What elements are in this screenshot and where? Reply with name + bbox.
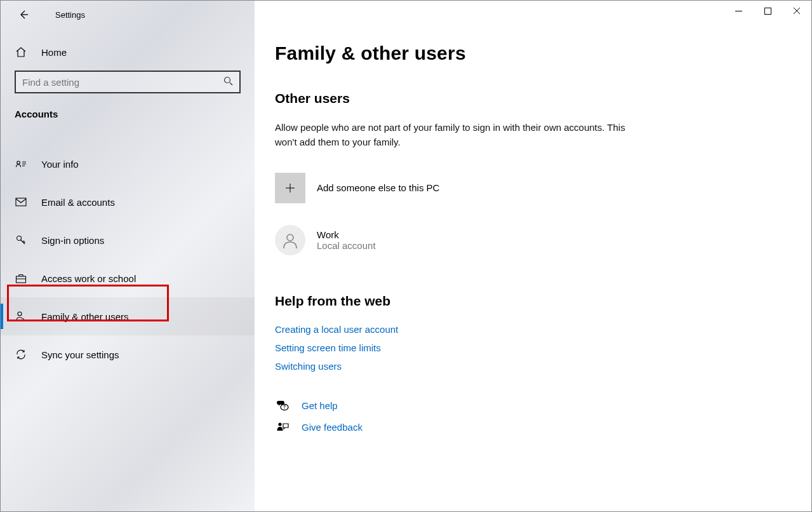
svg-point-7 xyxy=(287,234,293,241)
main-content: Family & other users Other users Allow p… xyxy=(255,1,811,511)
give-feedback-row[interactable]: Give feedback xyxy=(275,421,811,434)
nav-list: Your info Email & accounts Sign-in optio… xyxy=(1,133,255,511)
nav-sync-settings[interactable]: Sync your settings xyxy=(1,335,255,374)
svg-rect-4 xyxy=(17,276,26,283)
svg-point-10 xyxy=(278,422,281,426)
window-title: Settings xyxy=(55,10,85,20)
svg-rect-6 xyxy=(764,8,771,14)
svg-point-5 xyxy=(18,312,22,316)
nav-label: Sign-in options xyxy=(41,235,104,246)
key-icon xyxy=(15,234,27,246)
home-label: Home xyxy=(41,47,67,58)
user-account-row[interactable]: Work Local account xyxy=(275,225,811,255)
sync-icon xyxy=(15,349,27,360)
svg-rect-2 xyxy=(16,198,26,206)
help-link-local-account[interactable]: Creating a local user account xyxy=(275,324,811,335)
search-input[interactable] xyxy=(22,77,212,88)
help-heading: Help from the web xyxy=(275,293,811,309)
home-icon xyxy=(15,46,27,58)
sidebar: Settings Home Accounts Your info Email &… xyxy=(1,1,255,511)
svg-point-0 xyxy=(225,77,230,83)
back-button[interactable] xyxy=(15,6,32,24)
nav-family-other-users[interactable]: Family & other users xyxy=(1,297,255,335)
plus-icon xyxy=(275,173,305,203)
other-users-heading: Other users xyxy=(275,91,811,106)
minimize-button[interactable] xyxy=(724,1,753,21)
section-header: Accounts xyxy=(1,109,255,133)
home-nav[interactable]: Home xyxy=(1,29,255,71)
nav-label: Family & other users xyxy=(41,311,129,322)
search-container xyxy=(1,71,255,109)
person-plus-icon xyxy=(15,311,27,322)
svg-point-1 xyxy=(17,161,20,165)
nav-access-work-school[interactable]: Access work or school xyxy=(1,259,255,297)
person-card-icon xyxy=(15,159,27,169)
avatar xyxy=(275,225,305,255)
nav-label: Email & accounts xyxy=(41,197,115,208)
svg-point-3 xyxy=(17,236,22,241)
give-feedback-link[interactable]: Give feedback xyxy=(302,422,363,433)
nav-signin-options[interactable]: Sign-in options xyxy=(1,221,255,259)
nav-label: Your info xyxy=(41,159,79,170)
user-meta: Work Local account xyxy=(317,229,376,251)
help-link-screen-time[interactable]: Setting screen time limits xyxy=(275,342,811,353)
briefcase-icon xyxy=(15,273,27,283)
user-type: Local account xyxy=(317,240,376,251)
nav-your-info[interactable]: Your info xyxy=(1,145,255,183)
title-bar: Settings xyxy=(1,1,255,29)
help-link-switching-users[interactable]: Switching users xyxy=(275,361,811,372)
add-user-button[interactable]: Add someone else to this PC xyxy=(275,173,811,203)
chat-help-icon: ? xyxy=(275,400,290,412)
search-icon xyxy=(223,76,233,88)
nav-label: Access work or school xyxy=(41,273,136,284)
search-box[interactable] xyxy=(15,71,241,93)
get-help-row[interactable]: ? Get help xyxy=(275,400,811,412)
svg-text:?: ? xyxy=(283,405,286,409)
user-name: Work xyxy=(317,229,376,240)
mail-icon xyxy=(15,198,27,206)
close-button[interactable] xyxy=(782,1,811,21)
nav-label: Sync your settings xyxy=(41,349,119,360)
window-controls xyxy=(724,1,811,21)
maximize-button[interactable] xyxy=(753,1,782,21)
feedback-icon xyxy=(275,421,290,434)
get-help-link[interactable]: Get help xyxy=(302,400,338,411)
other-users-description: Allow people who are not part of your fa… xyxy=(275,120,630,150)
nav-email-accounts[interactable]: Email & accounts xyxy=(1,183,255,221)
add-user-label: Add someone else to this PC xyxy=(317,182,439,193)
